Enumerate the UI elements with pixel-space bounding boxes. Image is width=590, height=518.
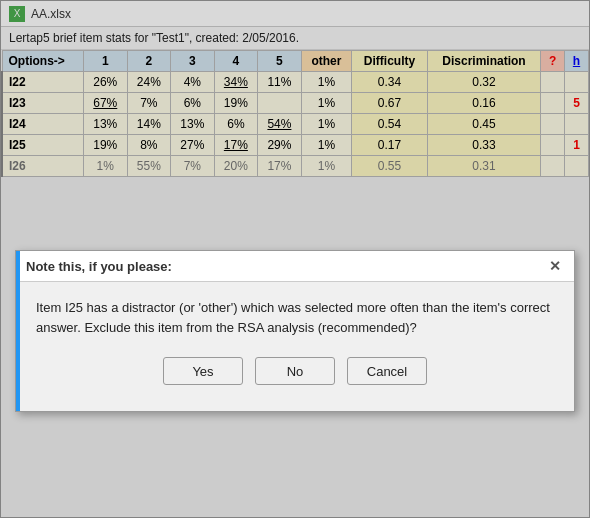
dialog-buttons: Yes No Cancel <box>36 357 554 395</box>
dialog-message: Item I25 has a distractor (or 'other') w… <box>36 298 554 337</box>
cancel-button[interactable]: Cancel <box>347 357 427 385</box>
dialog-close-button[interactable]: ✕ <box>546 257 564 275</box>
dialog-title: Note this, if you please: <box>26 259 172 274</box>
yes-button[interactable]: Yes <box>163 357 243 385</box>
dialog: Note this, if you please: ✕ Item I25 has… <box>15 250 575 412</box>
dialog-body: Item I25 has a distractor (or 'other') w… <box>16 282 574 411</box>
no-button[interactable]: No <box>255 357 335 385</box>
dialog-message-text: Item I25 has a distractor (or 'other') w… <box>36 300 550 335</box>
dialog-title-bar: Note this, if you please: ✕ <box>16 251 574 282</box>
dialog-accent <box>16 251 20 411</box>
